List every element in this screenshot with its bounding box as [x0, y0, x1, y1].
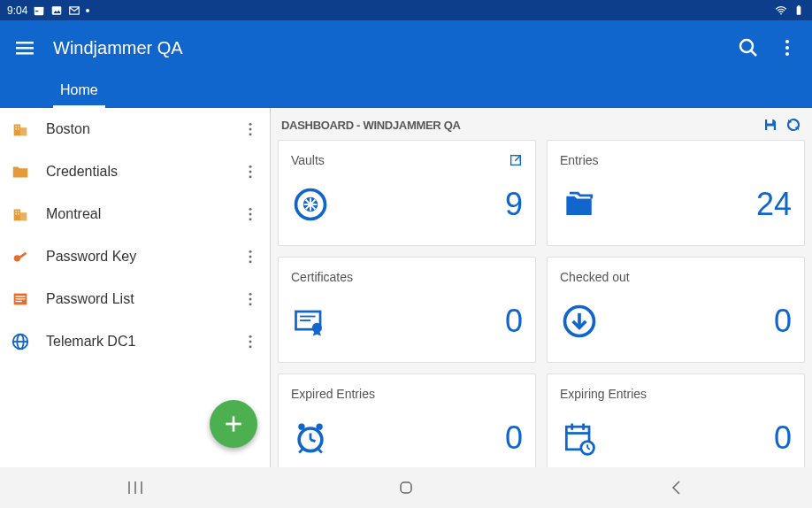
- vault-icon: [291, 185, 330, 224]
- tab-label: Home: [60, 82, 98, 98]
- item-overflow-button[interactable]: [241, 290, 259, 308]
- svg-point-27: [249, 171, 252, 173]
- svg-rect-39: [19, 252, 27, 259]
- svg-rect-21: [16, 128, 17, 129]
- svg-rect-20: [18, 126, 19, 127]
- item-overflow-button[interactable]: [241, 333, 259, 350]
- key-icon: [11, 247, 30, 266]
- item-overflow-button[interactable]: [241, 205, 259, 223]
- svg-rect-1: [34, 6, 44, 9]
- globe-icon: [11, 332, 30, 351]
- battery-icon: [793, 4, 805, 17]
- android-statusbar: 9:04: [0, 0, 812, 20]
- dashboard-card[interactable]: Checked out 0: [547, 257, 805, 363]
- sidebar-item[interactable]: Credentials: [0, 150, 270, 193]
- overflow-menu-button[interactable]: [777, 37, 798, 58]
- calendar-notif-icon: [33, 4, 45, 17]
- svg-rect-59: [767, 127, 774, 131]
- item-overflow-button[interactable]: [241, 120, 259, 138]
- svg-point-6: [780, 12, 782, 14]
- item-overflow-button[interactable]: [241, 163, 259, 181]
- calendar-icon: [560, 419, 599, 458]
- svg-rect-44: [16, 296, 26, 296]
- sidebar-item[interactable]: Password Key: [0, 235, 270, 278]
- card-value: 0: [330, 303, 523, 340]
- cert-icon: [291, 302, 330, 341]
- svg-rect-22: [18, 128, 19, 129]
- folder-icon: [11, 162, 30, 181]
- back-button[interactable]: [666, 477, 687, 498]
- svg-rect-29: [14, 210, 20, 221]
- dashboard: DASHBOARD - WINDJAMMER QA Vaults 9 Entri…: [271, 108, 812, 467]
- appbar: Windjammer QA: [0, 20, 812, 75]
- svg-rect-31: [16, 211, 17, 212]
- svg-point-24: [249, 128, 252, 131]
- svg-rect-11: [16, 52, 34, 55]
- svg-rect-8: [798, 5, 800, 6]
- download-icon: [560, 302, 599, 341]
- card-title: Checked out: [560, 270, 792, 284]
- svg-rect-46: [16, 301, 22, 302]
- svg-rect-33: [16, 213, 17, 214]
- sidebar-item-label: Password Key: [46, 249, 241, 265]
- clock-icon: [291, 419, 330, 458]
- svg-point-23: [249, 123, 252, 126]
- list-icon: [11, 289, 30, 309]
- add-button[interactable]: [210, 400, 257, 448]
- svg-point-36: [249, 213, 252, 216]
- open-external-icon[interactable]: [509, 153, 523, 167]
- search-button[interactable]: [738, 37, 759, 58]
- svg-point-49: [249, 303, 252, 305]
- dashboard-card[interactable]: Expiring Entries 0: [547, 373, 805, 467]
- image-notif-icon: [50, 4, 63, 17]
- refresh-button[interactable]: [785, 117, 801, 133]
- dashboard-card[interactable]: Expired Entries 0: [278, 373, 536, 467]
- building-icon: [11, 119, 30, 139]
- save-button[interactable]: [762, 117, 778, 133]
- sidebar-item[interactable]: Boston: [0, 108, 270, 150]
- svg-point-80: [316, 424, 322, 430]
- dashboard-card[interactable]: Certificates 0: [278, 257, 536, 363]
- svg-line-78: [310, 440, 316, 442]
- tab-home[interactable]: Home: [53, 75, 105, 108]
- svg-rect-45: [16, 298, 26, 299]
- sidebar-item[interactable]: Montreal: [0, 193, 270, 235]
- sidebar-item[interactable]: Telemark DC1: [0, 320, 270, 363]
- svg-point-47: [249, 293, 252, 296]
- card-value: 0: [599, 303, 792, 340]
- svg-point-53: [249, 335, 252, 338]
- card-value: 0: [599, 419, 792, 457]
- svg-point-48: [249, 298, 252, 301]
- item-overflow-button[interactable]: [241, 248, 259, 266]
- svg-point-16: [785, 52, 789, 56]
- svg-rect-3: [52, 6, 62, 14]
- sidebar: Boston Credentials Montreal Password Key…: [0, 108, 271, 467]
- card-title: Certificates: [291, 270, 523, 284]
- tab-row: Home: [0, 75, 812, 108]
- card-title: Expiring Entries: [560, 387, 792, 401]
- wifi-icon: [775, 4, 787, 17]
- svg-line-13: [751, 50, 756, 56]
- svg-rect-93: [401, 482, 411, 493]
- svg-point-79: [298, 424, 304, 430]
- svg-point-41: [249, 256, 252, 258]
- svg-rect-34: [18, 213, 19, 214]
- svg-point-35: [249, 208, 252, 211]
- menu-button[interactable]: [14, 37, 35, 58]
- svg-point-28: [249, 175, 252, 178]
- card-value: 24: [599, 186, 792, 223]
- content-area: Boston Credentials Montreal Password Key…: [0, 108, 812, 467]
- recents-button[interactable]: [125, 477, 146, 498]
- svg-rect-32: [18, 211, 19, 212]
- home-button[interactable]: [395, 477, 417, 498]
- svg-rect-19: [16, 126, 17, 127]
- svg-point-12: [740, 40, 753, 52]
- sidebar-item-label: Montreal: [46, 206, 241, 222]
- svg-rect-30: [20, 212, 27, 220]
- more-notif-icon: [86, 9, 89, 12]
- sidebar-item[interactable]: Password List: [0, 278, 270, 320]
- dashboard-card[interactable]: Entries 24: [547, 140, 805, 246]
- sidebar-item-label: Password List: [46, 291, 241, 307]
- svg-rect-7: [797, 6, 801, 14]
- dashboard-card[interactable]: Vaults 9: [278, 140, 536, 246]
